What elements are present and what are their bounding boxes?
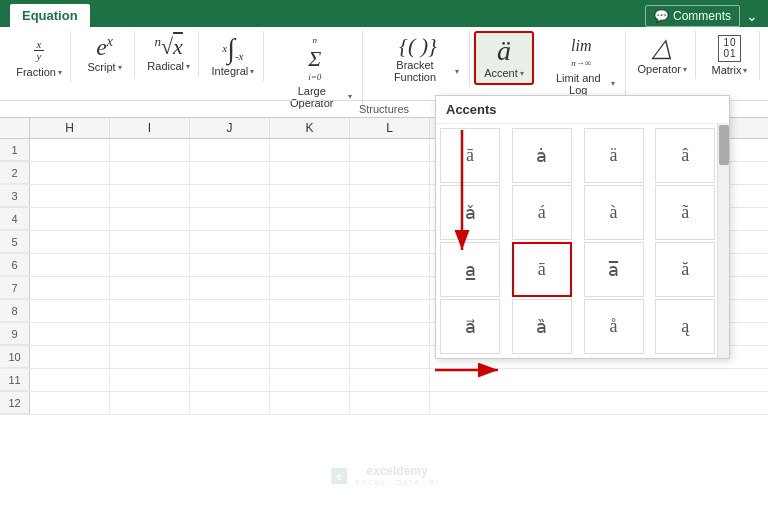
cell-j7[interactable] <box>190 277 270 299</box>
cell-h2[interactable] <box>30 162 110 184</box>
cell-k9[interactable] <box>270 323 350 345</box>
radical-icon: n√x <box>155 35 183 58</box>
col-header-i[interactable]: I <box>110 118 190 138</box>
script-button[interactable]: ex Script ▾ <box>84 33 126 75</box>
fraction-button[interactable]: x y Fraction ▾ <box>12 33 66 80</box>
accent-item-2-1[interactable]: ǎ <box>440 185 500 240</box>
cell-k10[interactable] <box>270 346 350 368</box>
accent-item-4-3[interactable]: å <box>584 299 644 354</box>
col-header-h[interactable]: H <box>30 118 110 138</box>
cell-k4[interactable] <box>270 208 350 230</box>
cell-i5[interactable] <box>110 231 190 253</box>
accent-item-3-2-highlighted[interactable]: ā <box>512 242 572 297</box>
cell-h1[interactable] <box>30 139 110 161</box>
accent-item-3-4[interactable]: ă <box>655 242 715 297</box>
cell-k11[interactable] <box>270 369 350 391</box>
accent-item-1-3[interactable]: ä <box>584 128 644 183</box>
accent-sym: ą <box>681 316 689 337</box>
cell-j8[interactable] <box>190 300 270 322</box>
cell-i2[interactable] <box>110 162 190 184</box>
cell-i3[interactable] <box>110 185 190 207</box>
cell-k2[interactable] <box>270 162 350 184</box>
accent-item-1-4[interactable]: â <box>655 128 715 183</box>
cell-j11[interactable] <box>190 369 270 391</box>
operator-button[interactable]: △ Operator ▾ <box>634 33 691 77</box>
accent-sym: ȧ <box>536 145 547 167</box>
cell-i9[interactable] <box>110 323 190 345</box>
accent-item-1-1[interactable]: ā <box>440 128 500 183</box>
cell-k3[interactable] <box>270 185 350 207</box>
cell-l2[interactable] <box>350 162 430 184</box>
cell-k5[interactable] <box>270 231 350 253</box>
cell-j12[interactable] <box>190 392 270 414</box>
accent-item-4-2[interactable]: ȁ <box>512 299 572 354</box>
accent-item-2-3[interactable]: à <box>584 185 644 240</box>
cell-l10[interactable] <box>350 346 430 368</box>
cell-h11[interactable] <box>30 369 110 391</box>
cell-i1[interactable] <box>110 139 190 161</box>
cell-j6[interactable] <box>190 254 270 276</box>
accent-item-4-1[interactable]: a⃗ <box>440 299 500 354</box>
cell-h5[interactable] <box>30 231 110 253</box>
cell-h3[interactable] <box>30 185 110 207</box>
cell-i10[interactable] <box>110 346 190 368</box>
cell-i8[interactable] <box>110 300 190 322</box>
cell-j9[interactable] <box>190 323 270 345</box>
cell-j4[interactable] <box>190 208 270 230</box>
cell-j2[interactable] <box>190 162 270 184</box>
collapse-icon[interactable]: ⌄ <box>746 8 758 24</box>
comments-button[interactable]: 💬 Comments <box>645 5 740 27</box>
accent-item-2-2[interactable]: á <box>512 185 572 240</box>
cell-h6[interactable] <box>30 254 110 276</box>
accent-button[interactable]: ä Accent ▾ <box>480 35 528 81</box>
cell-i12[interactable] <box>110 392 190 414</box>
cell-l9[interactable] <box>350 323 430 345</box>
cell-j3[interactable] <box>190 185 270 207</box>
cell-l1[interactable] <box>350 139 430 161</box>
accent-item-4-4[interactable]: ą <box>655 299 715 354</box>
table-row: 12 <box>0 392 768 415</box>
col-header-l[interactable]: L <box>350 118 430 138</box>
cell-i4[interactable] <box>110 208 190 230</box>
bracket-button[interactable]: {( )} Bracket Function ▾ <box>373 33 463 85</box>
accent-item-2-4[interactable]: ã <box>655 185 715 240</box>
cell-h4[interactable] <box>30 208 110 230</box>
cell-l5[interactable] <box>350 231 430 253</box>
cell-l11[interactable] <box>350 369 430 391</box>
accent-item-3-3[interactable]: a̅ <box>584 242 644 297</box>
limit-button[interactable]: lim n→∞ Limit and Log ▾ <box>544 33 619 98</box>
cell-l8[interactable] <box>350 300 430 322</box>
cell-h7[interactable] <box>30 277 110 299</box>
script-label: Script ▾ <box>88 61 122 73</box>
ribbon-group-radical: n√x Radical ▾ <box>139 31 199 76</box>
col-header-k[interactable]: K <box>270 118 350 138</box>
cell-l12[interactable] <box>350 392 430 414</box>
matrix-button[interactable]: 10 01 Matrix ▾ <box>708 33 752 78</box>
cell-l4[interactable] <box>350 208 430 230</box>
cell-i7[interactable] <box>110 277 190 299</box>
cell-k7[interactable] <box>270 277 350 299</box>
equation-tab[interactable]: Equation <box>10 4 90 27</box>
cell-k8[interactable] <box>270 300 350 322</box>
accent-item-3-1[interactable]: a̲ <box>440 242 500 297</box>
accent-item-1-2[interactable]: ȧ <box>512 128 572 183</box>
cell-l6[interactable] <box>350 254 430 276</box>
cell-j5[interactable] <box>190 231 270 253</box>
cell-l3[interactable] <box>350 185 430 207</box>
cell-j1[interactable] <box>190 139 270 161</box>
cell-k1[interactable] <box>270 139 350 161</box>
cell-k12[interactable] <box>270 392 350 414</box>
col-header-j[interactable]: J <box>190 118 270 138</box>
cell-h12[interactable] <box>30 392 110 414</box>
cell-h9[interactable] <box>30 323 110 345</box>
radical-button[interactable]: n√x Radical ▾ <box>143 33 194 74</box>
cell-i6[interactable] <box>110 254 190 276</box>
cell-h8[interactable] <box>30 300 110 322</box>
cell-j10[interactable] <box>190 346 270 368</box>
dropdown-scrollbar[interactable] <box>717 124 729 358</box>
cell-l7[interactable] <box>350 277 430 299</box>
cell-i11[interactable] <box>110 369 190 391</box>
integral-button[interactable]: x∫-x Integral ▾ <box>208 33 259 79</box>
cell-k6[interactable] <box>270 254 350 276</box>
cell-h10[interactable] <box>30 346 110 368</box>
